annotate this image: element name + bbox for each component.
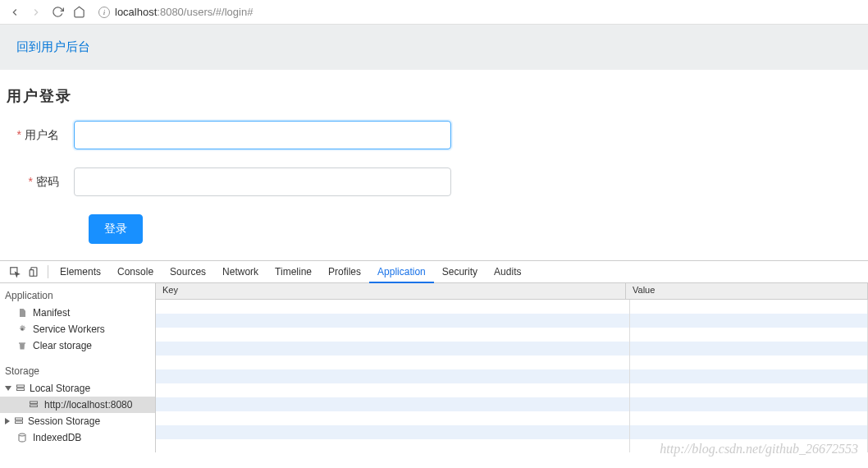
- sidebar-heading-storage: Storage: [0, 362, 155, 380]
- chevron-down-icon: [5, 386, 11, 391]
- chevron-right-icon: [5, 418, 10, 424]
- table-row[interactable]: [156, 300, 868, 314]
- svg-rect-7: [30, 405, 38, 407]
- tab-timeline[interactable]: Timeline: [267, 261, 320, 283]
- sidebar-item-clear-storage[interactable]: Clear storage: [0, 337, 155, 354]
- database-icon: [16, 432, 28, 443]
- sidebar-item-indexeddb[interactable]: IndexedDB: [0, 429, 155, 446]
- sidebar-item-label: Service Workers: [33, 323, 105, 335]
- devtools-tabs: Elements Console Sources Network Timelin…: [0, 261, 868, 283]
- file-icon: [16, 307, 28, 319]
- storage-icon: [28, 399, 39, 411]
- sidebar-item-label: http://localhost:8080: [44, 399, 132, 411]
- svg-rect-6: [30, 401, 38, 404]
- gear-icon: [16, 323, 28, 335]
- devtools-panel: Elements Console Sources Network Timelin…: [0, 260, 868, 452]
- password-input[interactable]: [74, 167, 451, 196]
- sidebar-heading-application: Application: [0, 287, 155, 305]
- sidebar-item-manifest[interactable]: Manifest: [0, 305, 155, 321]
- device-toggle-icon[interactable]: [25, 264, 44, 280]
- table-row[interactable]: [156, 369, 868, 383]
- url-text: localhost:8080/users/#/login#: [115, 6, 253, 18]
- sidebar-item-service-workers[interactable]: Service Workers: [0, 321, 155, 337]
- column-header-value[interactable]: Value: [626, 283, 868, 299]
- page-content: 回到用户后台 用户登录 用户名 密码 登录: [0, 25, 868, 244]
- tab-audits[interactable]: Audits: [486, 261, 529, 283]
- sidebar-item-label: Local Storage: [30, 383, 90, 394]
- address-bar[interactable]: i localhost:8080/users/#/login#: [94, 4, 860, 20]
- table-row[interactable]: [156, 411, 868, 425]
- tab-security[interactable]: Security: [434, 261, 486, 283]
- username-label: 用户名: [0, 128, 74, 143]
- login-button[interactable]: 登录: [89, 214, 143, 244]
- tab-application[interactable]: Application: [369, 261, 434, 283]
- tab-elements[interactable]: Elements: [52, 261, 109, 283]
- sidebar-item-label: Manifest: [33, 307, 70, 319]
- username-input[interactable]: [74, 121, 451, 149]
- column-header-key[interactable]: Key: [156, 283, 626, 299]
- svg-rect-5: [17, 388, 25, 391]
- storage-icon: [15, 383, 26, 394]
- table-row[interactable]: [156, 397, 868, 411]
- back-button[interactable]: [8, 6, 21, 19]
- sidebar-item-label: IndexedDB: [33, 432, 81, 443]
- devtools-body: Application Manifest Service Workers Cle…: [0, 283, 868, 452]
- username-row: 用户名: [0, 121, 868, 149]
- browser-toolbar: i localhost:8080/users/#/login#: [0, 0, 868, 25]
- svg-rect-4: [17, 385, 25, 388]
- sidebar-item-local-storage-origin[interactable]: http://localhost:8080: [0, 397, 155, 413]
- svg-rect-9: [16, 421, 23, 424]
- home-button[interactable]: [72, 6, 85, 19]
- devtools-sidebar: Application Manifest Service Workers Cle…: [0, 283, 156, 452]
- tab-sources[interactable]: Sources: [162, 261, 214, 283]
- storage-table-rows: [156, 300, 868, 452]
- storage-icon: [13, 415, 25, 427]
- forward-button[interactable]: [30, 6, 43, 19]
- inspect-element-icon[interactable]: [5, 264, 25, 280]
- sidebar-item-session-storage[interactable]: Session Storage: [0, 413, 155, 429]
- table-row[interactable]: [156, 383, 868, 397]
- tab-network[interactable]: Network: [214, 261, 267, 283]
- sidebar-item-local-storage[interactable]: Local Storage: [0, 380, 155, 397]
- tab-profiles[interactable]: Profiles: [320, 261, 369, 283]
- table-row[interactable]: [156, 342, 868, 356]
- svg-point-10: [19, 434, 25, 436]
- trash-icon: [16, 340, 28, 351]
- banner: 回到用户后台: [0, 25, 868, 70]
- table-row[interactable]: [156, 314, 868, 328]
- reload-button[interactable]: [51, 6, 64, 19]
- table-row[interactable]: [156, 328, 868, 342]
- password-row: 密码: [0, 167, 868, 196]
- tab-console[interactable]: Console: [109, 261, 162, 283]
- storage-table-header: Key Value: [156, 283, 868, 300]
- svg-rect-2: [30, 270, 34, 277]
- table-row[interactable]: [156, 425, 868, 439]
- page-title: 用户登录: [7, 86, 868, 106]
- sidebar-item-label: Clear storage: [33, 340, 92, 351]
- password-label: 密码: [0, 175, 74, 190]
- divider: [48, 265, 48, 278]
- site-info-icon[interactable]: i: [98, 7, 110, 18]
- svg-rect-8: [16, 418, 23, 420]
- table-row[interactable]: [156, 356, 868, 369]
- table-row[interactable]: [156, 439, 868, 452]
- sidebar-item-label: Session Storage: [28, 415, 100, 427]
- back-to-dashboard-link[interactable]: 回到用户后台: [16, 39, 90, 53]
- devtools-main: Key Value: [156, 283, 868, 452]
